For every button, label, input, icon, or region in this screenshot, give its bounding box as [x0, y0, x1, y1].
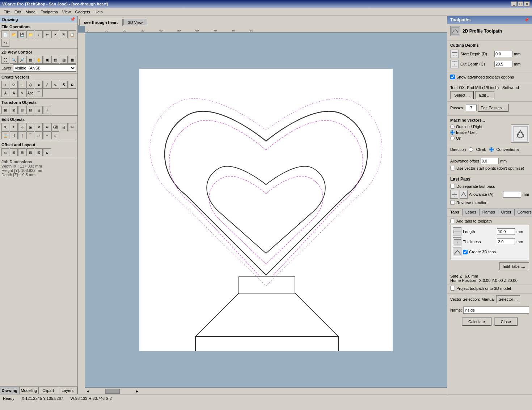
- edit-passes-btn[interactable]: Edit Passes ...: [478, 104, 508, 112]
- tr-6[interactable]: ✛: [43, 106, 51, 114]
- tabs-nav-leads[interactable]: Leads: [463, 209, 480, 216]
- ol-3[interactable]: ⊟: [18, 148, 26, 156]
- tabs-nav-tabs[interactable]: Tabs: [447, 209, 463, 216]
- tabs-nav-ramps[interactable]: Ramps: [480, 209, 498, 216]
- allowance-input[interactable]: [481, 158, 499, 164]
- ol-4[interactable]: ⊡: [26, 148, 34, 156]
- add-tabs-checkbox[interactable]: [450, 219, 455, 223]
- zoom-box[interactable]: 🔎: [18, 56, 26, 64]
- close-btn[interactable]: ×: [524, 1, 530, 7]
- show-advanced-checkbox[interactable]: [450, 75, 455, 79]
- scroll-right-btn[interactable]: ►: [134, 389, 140, 393]
- eo-6[interactable]: ✻: [43, 123, 51, 131]
- selector-btn[interactable]: Selector ...: [496, 295, 520, 303]
- canvas-content[interactable]: [85, 33, 447, 387]
- eo-10[interactable]: ⌛: [1, 131, 9, 139]
- canvas-tab-main[interactable]: see-through heart: [79, 19, 123, 26]
- eo-5[interactable]: ✕: [35, 123, 43, 131]
- restore-btn[interactable]: □: [518, 1, 523, 7]
- ol-6[interactable]: ⊾: [43, 148, 51, 156]
- length-input[interactable]: [497, 228, 515, 235]
- tr-4[interactable]: ⊡: [26, 106, 34, 114]
- use-start-points-checkbox[interactable]: [450, 166, 455, 170]
- new-btn[interactable]: 📄: [1, 30, 9, 38]
- open-btn[interactable]: 📂: [10, 30, 18, 38]
- scroll-left-btn[interactable]: ◄: [85, 389, 91, 393]
- calculate-btn[interactable]: Calculate: [462, 317, 491, 326]
- eo-16[interactable]: ⌕: [51, 131, 59, 139]
- do-separate-checkbox[interactable]: [450, 184, 455, 189]
- ol-2[interactable]: ⊞: [10, 148, 18, 156]
- cv-9[interactable]: ☯: [68, 81, 76, 89]
- drawing-panel-pin[interactable]: 📌: [70, 17, 75, 22]
- start-depth-input[interactable]: [494, 51, 512, 57]
- eo-3[interactable]: ⊹: [18, 123, 26, 131]
- menu-file[interactable]: File: [1, 9, 12, 15]
- cv-2[interactable]: ⟳: [10, 81, 18, 89]
- cv-8[interactable]: S: [60, 81, 68, 89]
- cv-14[interactable]: ⌒: [35, 89, 43, 97]
- tabs-nav-corners[interactable]: Corners: [515, 209, 532, 216]
- view2d-2[interactable]: ▤: [51, 56, 59, 64]
- ol-1[interactable]: ▭: [1, 148, 9, 156]
- climb-radio[interactable]: [469, 147, 473, 152]
- inside-left-radio[interactable]: [450, 130, 455, 135]
- tr-1[interactable]: ⊞: [1, 106, 9, 114]
- cv-3[interactable]: □: [18, 81, 26, 89]
- cv-11[interactable]: Ã: [10, 89, 18, 97]
- import-btn[interactable]: ↓: [35, 30, 43, 38]
- menu-model[interactable]: Model: [24, 9, 39, 15]
- menu-gadgets[interactable]: Gadgets: [73, 9, 92, 15]
- tr-5[interactable]: ⌹: [35, 106, 43, 114]
- create-3d-checkbox[interactable]: [463, 250, 468, 254]
- layer-select[interactable]: Visible_(ANSI): [13, 64, 76, 72]
- select-tool-btn[interactable]: Select ...: [450, 91, 474, 99]
- scroll-thumb[interactable]: [105, 389, 120, 394]
- ol-5[interactable]: ⊠: [35, 148, 43, 156]
- minimize-btn[interactable]: _: [511, 1, 517, 7]
- cv-6[interactable]: ╱: [43, 81, 51, 89]
- copy-btn[interactable]: ⎘: [60, 30, 68, 38]
- eo-11[interactable]: ∢: [10, 131, 18, 139]
- zoom-sel[interactable]: ▦: [26, 56, 34, 64]
- view2d-4[interactable]: ▦: [68, 56, 76, 64]
- lp-allowance-input[interactable]: [503, 191, 521, 198]
- eo-9[interactable]: ✄: [68, 123, 76, 131]
- menu-edit[interactable]: Edit: [12, 9, 24, 15]
- tr-2[interactable]: ⊠: [10, 106, 18, 114]
- tab-clipart[interactable]: Clipart: [39, 387, 58, 394]
- menu-toolpaths[interactable]: Toolpaths: [39, 9, 60, 15]
- eo-8[interactable]: ⌸: [60, 123, 68, 131]
- canvas-tab-3d[interactable]: 3D View: [123, 19, 148, 26]
- eo-14[interactable]: ⌓: [35, 131, 43, 139]
- tab-drawing[interactable]: Drawing: [0, 387, 20, 394]
- eo-15[interactable]: ⌔: [43, 131, 51, 139]
- thickness-input[interactable]: [497, 238, 515, 245]
- eo-13[interactable]: ⌒: [26, 131, 34, 139]
- eo-12[interactable]: ∣: [18, 131, 26, 139]
- cv-1[interactable]: ○: [1, 81, 9, 89]
- pan[interactable]: ✋: [35, 56, 43, 64]
- undo-btn[interactable]: ↩: [43, 30, 51, 38]
- menu-view[interactable]: View: [60, 9, 73, 15]
- cut-depth-input[interactable]: [494, 61, 512, 67]
- window-controls[interactable]: _ □ ×: [511, 1, 530, 7]
- passes-input[interactable]: [466, 105, 477, 111]
- edit-tabs-btn[interactable]: Edit Tabs ....: [499, 262, 529, 270]
- cv-12[interactable]: ✎: [18, 89, 26, 97]
- redo-btn[interactable]: ↪: [1, 39, 9, 47]
- zoom-in[interactable]: 🔍: [10, 56, 18, 64]
- name-input[interactable]: [463, 307, 529, 314]
- reverse-dir-checkbox[interactable]: [450, 200, 455, 205]
- toolpaths-pin[interactable]: 📌: [524, 18, 529, 22]
- on-radio[interactable]: [450, 136, 455, 140]
- eo-7[interactable]: ⌫: [51, 123, 59, 131]
- view2d-3[interactable]: ▥: [60, 56, 68, 64]
- save-btn[interactable]: 💾: [18, 30, 26, 38]
- menu-help[interactable]: Help: [92, 9, 105, 15]
- zoom-extents[interactable]: ⛶: [1, 56, 9, 64]
- eo-4[interactable]: ▣: [26, 123, 34, 131]
- cv-5[interactable]: ★: [35, 81, 43, 89]
- edit-tool-btn[interactable]: Edit ...: [475, 91, 494, 99]
- tab-modeling[interactable]: Modeling: [20, 387, 39, 394]
